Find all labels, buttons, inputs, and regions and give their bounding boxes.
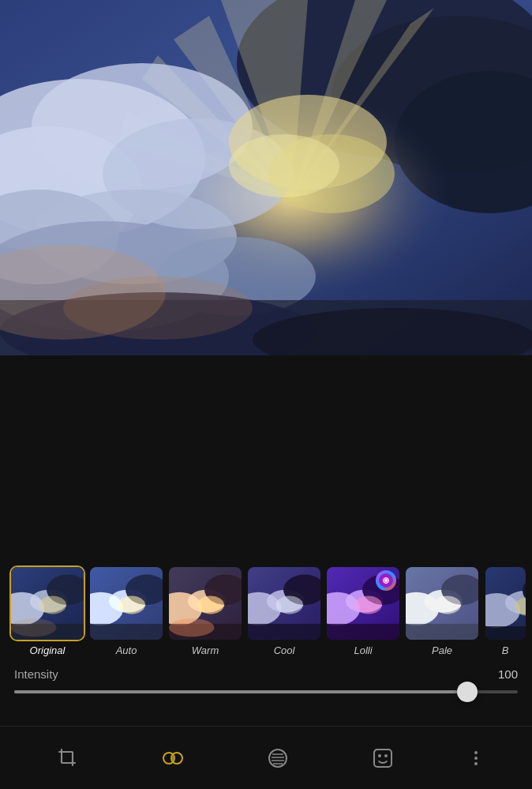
texture-button[interactable]	[252, 738, 304, 778]
slider-fill	[14, 690, 467, 693]
filter-thumb-lolli[interactable]	[325, 565, 401, 641]
svg-point-39	[118, 596, 145, 614]
lolli-badge	[376, 570, 396, 591]
filter-strip[interactable]: Original	[0, 559, 532, 663]
filter-thumb-auto[interactable]	[88, 565, 164, 641]
filter-strip-container: Original	[0, 553, 532, 701]
svg-point-85	[474, 762, 478, 765]
intensity-label: Intensity	[14, 667, 58, 681]
intensity-row: Intensity 100	[0, 663, 532, 686]
black-spacer	[0, 355, 532, 553]
filter-item-cool[interactable]: Cool	[245, 565, 324, 656]
filter-thumb-original[interactable]	[9, 565, 85, 641]
filter-label-b: B	[502, 644, 509, 656]
svg-point-45	[197, 596, 224, 614]
slider-track[interactable]	[14, 690, 518, 693]
more-icon	[464, 746, 488, 770]
sticker-button[interactable]	[357, 738, 409, 778]
filter-button[interactable]	[147, 738, 199, 778]
slider-thumb[interactable]	[457, 682, 478, 702]
svg-point-47	[169, 618, 215, 637]
svg-point-58	[354, 596, 382, 614]
filter-item-auto[interactable]: Auto	[87, 565, 166, 656]
filter-item-lolli[interactable]: Lolli	[324, 565, 403, 656]
filter-item-b[interactable]: B	[481, 565, 529, 656]
svg-point-34	[11, 618, 57, 637]
filter-label-cool: Cool	[274, 644, 295, 656]
slider-row[interactable]	[0, 690, 532, 701]
svg-rect-53	[248, 624, 320, 640]
photo-area	[0, 0, 532, 355]
svg-point-22	[229, 134, 339, 197]
crop-button[interactable]	[42, 738, 94, 778]
filter-label-original: Original	[30, 644, 66, 656]
svg-point-82	[384, 754, 388, 757]
svg-point-32	[39, 596, 66, 614]
filter-thumb-cool[interactable]	[246, 565, 322, 641]
sticker-icon	[371, 746, 395, 770]
filter-label-auto: Auto	[116, 644, 137, 656]
svg-point-27	[63, 276, 253, 340]
filter-thumb-warm[interactable]	[167, 565, 243, 641]
svg-point-52	[275, 596, 303, 614]
filter-label-warm: Warm	[192, 644, 219, 656]
svg-rect-72	[62, 752, 73, 763]
filter-item-original[interactable]: Original	[8, 565, 87, 656]
filter-label-pale: Pale	[432, 644, 452, 656]
intensity-value: 100	[498, 667, 518, 681]
svg-rect-80	[374, 750, 392, 767]
svg-rect-71	[485, 626, 527, 641]
texture-icon	[266, 746, 290, 770]
more-button[interactable]	[462, 738, 490, 778]
crop-icon	[56, 746, 80, 770]
svg-rect-65	[406, 624, 478, 640]
filter-label-lolli: Lolli	[354, 644, 372, 656]
svg-point-83	[474, 751, 478, 754]
svg-point-64	[433, 596, 461, 614]
svg-point-81	[378, 754, 381, 757]
svg-rect-59	[327, 624, 399, 640]
bottom-toolbar	[0, 726, 532, 789]
svg-rect-40	[90, 624, 163, 640]
filter-item-warm[interactable]: Warm	[166, 565, 245, 656]
filter-item-pale[interactable]: Pale	[403, 565, 481, 656]
sky-photo	[0, 0, 532, 355]
svg-point-84	[474, 757, 478, 760]
filter-thumb-pale[interactable]	[404, 565, 480, 641]
filter-icon	[161, 746, 185, 770]
filter-thumb-b[interactable]	[484, 565, 527, 641]
